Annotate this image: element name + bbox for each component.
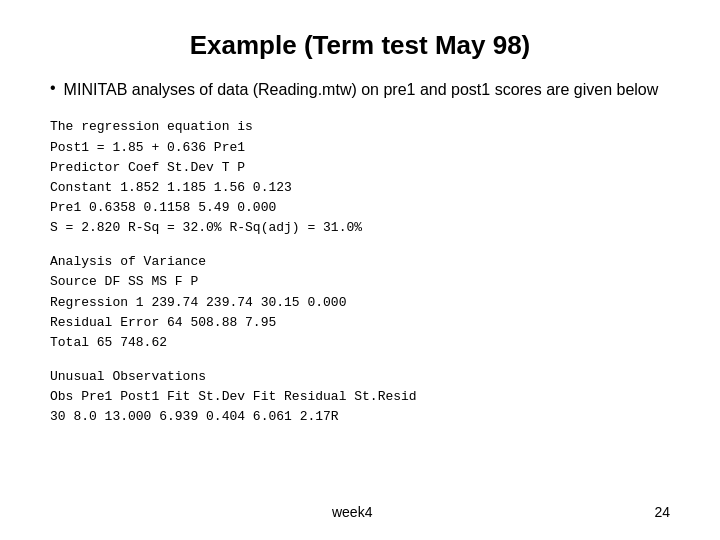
anova-line-4: Residual Error 64 508.88 7.95 xyxy=(50,313,670,333)
anova-line-1: Analysis of Variance xyxy=(50,252,670,272)
bullet-symbol: • xyxy=(50,79,56,97)
page: Example (Term test May 98) • MINITAB ana… xyxy=(0,0,720,540)
anova-line-3: Regression 1 239.74 239.74 30.15 0.000 xyxy=(50,293,670,313)
reg-line-6: S = 2.820 R-Sq = 32.0% R-Sq(adj) = 31.0% xyxy=(50,218,670,238)
page-title: Example (Term test May 98) xyxy=(50,30,670,61)
anova-line-2: Source DF SS MS F P xyxy=(50,272,670,292)
footer-center: week4 xyxy=(332,504,372,520)
anova-block: Analysis of Variance Source DF SS MS F P… xyxy=(50,252,670,353)
reg-line-4: Constant 1.852 1.185 1.56 0.123 xyxy=(50,178,670,198)
reg-line-2: Post1 = 1.85 + 0.636 Pre1 xyxy=(50,138,670,158)
anova-line-5: Total 65 748.62 xyxy=(50,333,670,353)
footer: week4 24 xyxy=(50,494,670,520)
reg-line-3: Predictor Coef St.Dev T P xyxy=(50,158,670,178)
reg-line-5: Pre1 0.6358 0.1158 5.49 0.000 xyxy=(50,198,670,218)
bullet-text: MINITAB analyses of data (Reading.mtw) o… xyxy=(64,79,659,101)
regression-block: The regression equation is Post1 = 1.85 … xyxy=(50,117,670,238)
reg-line-1: The regression equation is xyxy=(50,117,670,137)
bullet-section: • MINITAB analyses of data (Reading.mtw)… xyxy=(50,79,670,101)
unusual-line-1: Unusual Observations xyxy=(50,367,670,387)
unusual-line-2: Obs Pre1 Post1 Fit St.Dev Fit Residual S… xyxy=(50,387,670,407)
unusual-block: Unusual Observations Obs Pre1 Post1 Fit … xyxy=(50,367,670,427)
unusual-line-3: 30 8.0 13.000 6.939 0.404 6.061 2.17R xyxy=(50,407,670,427)
footer-right: 24 xyxy=(654,504,670,520)
